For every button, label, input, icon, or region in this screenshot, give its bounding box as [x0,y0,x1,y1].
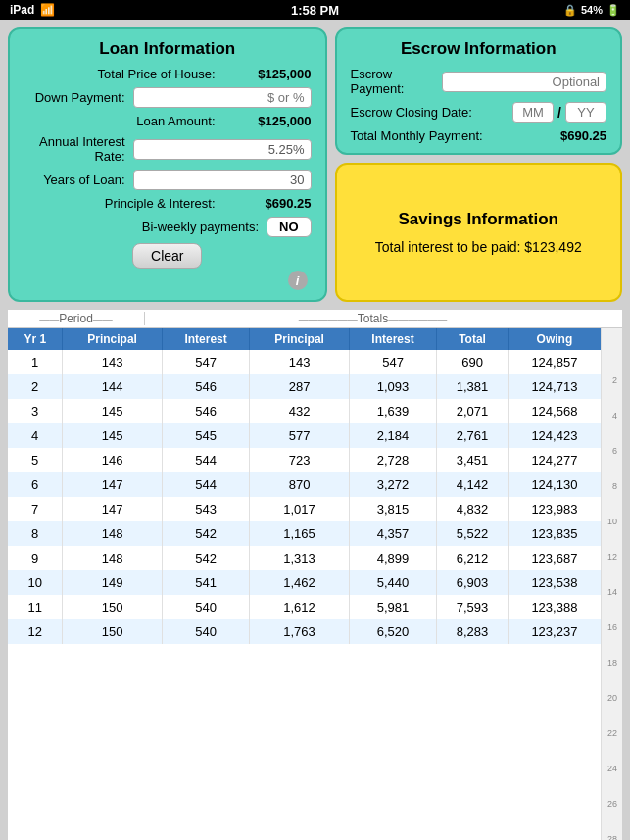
table-cell: 5 [8,448,63,472]
table-cell: 6 [8,472,63,497]
table-cell: 2,728 [349,448,437,472]
table-cell: 143 [63,350,162,374]
years-input[interactable] [133,170,312,190]
col-yr: Yr 1 [8,328,63,350]
table-cell: 723 [250,448,349,472]
table-cell: 2,761 [437,423,508,448]
table-cell: 547 [162,350,250,374]
table-cell: 9 [8,546,63,570]
lock-icon: 🔒 [563,4,577,17]
table-cell: 5,440 [349,570,437,595]
escrow-total-row: Total Monthly Payment: $690.25 [351,128,607,143]
row-numbers: 24681012141618202224262830 [601,328,622,840]
table-row: 101495411,4625,4406,903123,538 [8,570,601,595]
table-cell: 1,763 [250,619,349,644]
table-row: 41455455772,1842,761124,423 [8,423,601,448]
table-row: 1143547143547690124,857 [8,350,601,374]
row-number: 24 [602,760,620,777]
row-number [602,354,620,371]
table-cell: 124,568 [508,399,601,423]
table-section: Period Totals Yr 1 Principal Interest Pr… [8,310,622,840]
row-number [602,601,620,618]
row-number: 28 [602,830,620,840]
table-cell: 1,165 [250,521,349,546]
table-cell: 1,462 [250,570,349,595]
table-cell: 124,423 [508,423,601,448]
table-cell: 123,835 [508,521,601,546]
interest-rate-row: Annual Interest Rate: [24,134,312,164]
total-price-label: Total Price of House: [24,67,223,81]
table-cell: 546 [162,374,250,399]
table-wrapper: Yr 1 Principal Interest Principal Intere… [8,328,622,840]
down-payment-input[interactable] [133,87,312,108]
date-separator: / [557,105,561,121]
row-number: 20 [602,689,620,707]
table-cell: 6,903 [437,570,508,595]
table-cell: 150 [63,619,162,644]
table-cell: 1,612 [250,595,349,619]
table-cell: 543 [162,497,250,521]
clear-button[interactable]: Clear [132,243,202,269]
table-cell: 544 [162,448,250,472]
row-number [602,424,620,442]
table-cell: 3 [8,399,63,423]
table-cell: 4 [8,423,63,448]
biweekly-toggle[interactable]: NO [267,217,312,237]
escrow-month-input[interactable] [512,102,554,123]
loan-amount-value: $125,000 [223,114,312,128]
col-principal1: Principal [63,328,162,350]
col-interest1: Interest [162,328,250,350]
amortization-table: Yr 1 Principal Interest Principal Intere… [8,328,601,644]
table-cell: 432 [250,399,349,423]
interest-rate-input[interactable] [133,139,312,160]
row-number [602,813,620,830]
row-number: 8 [602,477,620,495]
escrow-payment-label: Escrow Payment: [351,67,442,96]
table-row: 51465447232,7283,451124,277 [8,448,601,472]
escrow-total-label: Total Monthly Payment: [351,128,483,143]
table-cell: 148 [63,546,162,570]
interest-rate-label: Annual Interest Rate: [24,134,133,164]
table-cell: 124,857 [508,350,601,374]
years-label: Years of Loan: [24,173,133,187]
table-cell: 2 [8,374,63,399]
table-row: 111505401,6125,9817,593123,388 [8,595,601,619]
table-cell: 8,283 [437,619,508,644]
top-panels: Loan Information Total Price of House: $… [8,27,622,302]
escrow-year-input[interactable] [565,102,606,123]
table-cell: 123,388 [508,595,601,619]
table-cell: 540 [162,619,250,644]
info-icon[interactable]: i [288,271,308,290]
row-number [602,636,620,654]
table-cell: 7,593 [437,595,508,619]
row-number: 18 [602,654,620,671]
table-cell: 4,832 [437,497,508,521]
table-cell: 542 [162,521,250,546]
biweekly-row: Bi-weekly payments: NO [24,217,312,237]
principle-label: Principle & Interest: [24,196,223,211]
escrow-payment-input[interactable] [442,72,606,92]
status-right: 🔒 54% 🔋 [563,4,620,17]
table-cell: 870 [250,472,349,497]
table-row: 21445462871,0931,381124,713 [8,374,601,399]
table-cell: 547 [349,350,437,374]
table-row: 81485421,1654,3575,522123,835 [8,521,601,546]
total-price-row: Total Price of House: $125,000 [24,67,312,81]
table-cell: 3,451 [437,448,508,472]
row-number [602,389,620,407]
table-cell: 544 [162,472,250,497]
table-cell: 124,713 [508,374,601,399]
savings-panel-title: Savings Information [351,210,607,229]
col-principal2: Principal [250,328,349,350]
table-cell: 144 [63,374,162,399]
table-cell: 3,815 [349,497,437,521]
table-cell: 545 [162,423,250,448]
carrier-label: iPad [10,3,34,17]
period-label: Period [8,312,145,325]
table-cell: 1,313 [250,546,349,570]
escrow-date-row: Escrow Closing Date: / [351,102,607,123]
status-bar: iPad 📶 1:58 PM 🔒 54% 🔋 [0,0,630,20]
row-number: 12 [602,548,620,566]
escrow-panel-title: Escrow Information [351,39,607,59]
table-cell: 149 [63,570,162,595]
